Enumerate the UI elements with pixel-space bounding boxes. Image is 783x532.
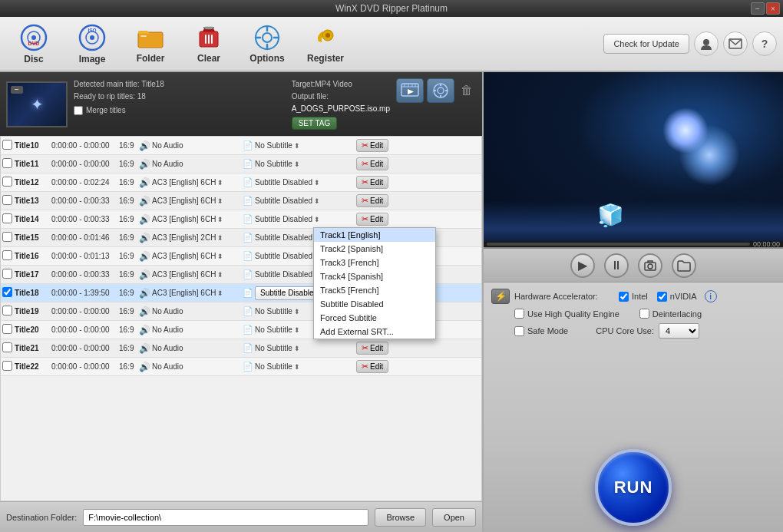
edit-button[interactable]: ✂Edit xyxy=(356,157,388,170)
svg-rect-27 xyxy=(401,84,418,96)
table-row: Title10 0:00:00 - 0:00:00 16:9 🔊 No Audi… xyxy=(1,137,481,155)
snapshot-button[interactable] xyxy=(638,253,662,278)
row-checkbox[interactable] xyxy=(2,232,12,242)
folder-button[interactable]: Folder xyxy=(123,21,178,67)
row-checkbox[interactable] xyxy=(2,213,12,223)
open-button[interactable]: Open xyxy=(432,508,476,527)
subtitle-arrow[interactable]: ⬍ xyxy=(294,308,300,316)
merge-row: Merge titles xyxy=(74,104,286,117)
edit-button[interactable]: ✂Edit xyxy=(356,213,388,226)
dropdown-item[interactable]: Track1 [English] xyxy=(314,228,435,242)
subtitle-icon: 📄 xyxy=(243,306,253,316)
row-checkbox[interactable] xyxy=(2,342,12,352)
high-quality-cb-row: Use High Quality Engine xyxy=(514,309,619,319)
edit-button[interactable]: ✂Edit xyxy=(356,360,388,373)
dropdown-item[interactable]: Subtitle Disabled xyxy=(314,297,435,311)
audio-arrow[interactable]: ⬍ xyxy=(217,197,223,205)
audio-arrow[interactable]: ⬍ xyxy=(217,253,223,260)
subtitle-arrow[interactable]: ⬍ xyxy=(294,363,300,371)
title-time: 0:00:00 - 0:00:00 xyxy=(51,160,119,168)
thumbnail-star: ✦ xyxy=(31,95,44,114)
edit-button[interactable]: ✂Edit xyxy=(356,139,388,152)
title-name: Title17 xyxy=(15,270,51,279)
dropdown-item[interactable]: Track3 [French] xyxy=(314,256,435,269)
cpu-core-select[interactable]: 1 2 3 4 Auto xyxy=(659,323,699,339)
thumbnail-minus: − xyxy=(11,86,23,94)
audio-arrow[interactable]: ⬍ xyxy=(217,179,223,187)
info-icon[interactable]: i xyxy=(705,290,717,302)
pause-button[interactable]: ⏸ xyxy=(604,253,629,278)
edit-button[interactable]: ✂Edit xyxy=(356,176,388,189)
close-button[interactable]: × xyxy=(766,2,780,15)
dropdown-item[interactable]: Track5 [French] xyxy=(314,283,435,297)
subtitle-arrow[interactable]: ⬍ xyxy=(294,345,300,352)
audio-text: No Audio xyxy=(152,307,183,316)
dropdown-item[interactable]: Forced Subtitle xyxy=(314,311,435,325)
intel-checkbox[interactable] xyxy=(619,292,629,302)
audio-arrow[interactable]: ⬍ xyxy=(217,289,223,297)
audio-arrow[interactable]: ⬍ xyxy=(217,216,223,223)
image-button[interactable]: ISO Image xyxy=(64,21,120,67)
scissors-icon: ✂ xyxy=(362,214,368,224)
row-checkbox-cell xyxy=(2,306,15,317)
row-checkbox-cell xyxy=(2,250,15,262)
video-play-icon[interactable] xyxy=(396,78,424,103)
edit-button[interactable]: ✂Edit xyxy=(356,342,388,355)
subtitle-text: Subtitle Disabled xyxy=(255,215,312,223)
svg-point-2 xyxy=(31,35,36,40)
nvidia-checkbox[interactable] xyxy=(657,292,667,302)
edit-button[interactable]: ✂Edit xyxy=(356,194,388,207)
subtitle-icon: 📄 xyxy=(243,269,253,279)
options-button[interactable]: Options xyxy=(240,21,295,67)
row-checkbox[interactable] xyxy=(2,306,12,316)
play-button[interactable]: ▶ xyxy=(570,253,595,278)
high-quality-checkbox[interactable] xyxy=(514,309,524,319)
row-checkbox[interactable] xyxy=(2,158,12,168)
dropdown-item[interactable]: Add External SRT... xyxy=(314,325,435,339)
subtitle-arrow[interactable]: ⬍ xyxy=(294,142,300,150)
dropdown-item[interactable]: Track4 [Spanish] xyxy=(314,269,435,283)
audio-arrow[interactable]: ⬍ xyxy=(217,271,223,279)
user-icon-button[interactable] xyxy=(694,31,719,56)
clear-button[interactable]: Clear xyxy=(181,21,236,67)
row-checkbox[interactable] xyxy=(2,177,12,187)
audio-arrow[interactable]: ⬍ xyxy=(217,234,223,242)
subtitle-arrow[interactable]: ⬍ xyxy=(294,326,300,334)
set-tag-button[interactable]: SET TAG xyxy=(292,117,338,130)
row-checkbox[interactable] xyxy=(2,324,12,334)
delete-button[interactable]: 🗑 xyxy=(458,81,476,100)
row-checkbox[interactable] xyxy=(2,269,12,279)
help-icon-button[interactable]: ? xyxy=(752,31,777,56)
audio-icon: 🔊 xyxy=(139,362,150,372)
row-checkbox-cell xyxy=(2,232,15,243)
row-checkbox[interactable] xyxy=(2,250,12,260)
run-button[interactable]: RUN xyxy=(595,449,672,526)
audio-icon: 🔊 xyxy=(139,233,150,243)
register-button[interactable]: Register xyxy=(298,21,353,67)
browse-button[interactable]: Browse xyxy=(375,508,426,527)
title-edit: ✂Edit xyxy=(356,139,388,152)
open-folder-button[interactable] xyxy=(672,253,696,278)
deinterlacing-checkbox[interactable] xyxy=(639,309,649,319)
row-checkbox[interactable] xyxy=(2,140,12,150)
destination-input[interactable] xyxy=(83,509,368,526)
image-icon: ISO xyxy=(78,24,106,51)
preview-time: 00:00:00 xyxy=(753,240,780,248)
row-checkbox[interactable] xyxy=(2,195,12,205)
subtitle-arrow[interactable]: ⬍ xyxy=(314,216,320,223)
settings-icon[interactable] xyxy=(427,78,454,103)
merge-titles-checkbox[interactable] xyxy=(74,106,83,115)
check-update-button[interactable]: Check for Update xyxy=(603,34,689,54)
title-audio: 🔊 AC3 [English] 6CH ⬍ xyxy=(139,214,243,225)
email-icon-button[interactable] xyxy=(723,31,748,56)
subtitle-arrow[interactable]: ⬍ xyxy=(294,160,300,168)
row-checkbox[interactable] xyxy=(2,361,12,371)
disc-button[interactable]: DVD Disc xyxy=(6,21,61,67)
subtitle-arrow[interactable]: ⬍ xyxy=(314,179,320,187)
safe-mode-checkbox[interactable] xyxy=(514,326,524,336)
dropdown-item[interactable]: Track2 [Spanish] xyxy=(314,242,435,256)
row-checkbox[interactable] xyxy=(2,287,12,297)
minimize-button[interactable]: − xyxy=(751,2,765,15)
subtitle-arrow[interactable]: ⬍ xyxy=(314,197,320,205)
title-subtitle: 📄 No Subtitle ⬍ xyxy=(243,159,356,169)
